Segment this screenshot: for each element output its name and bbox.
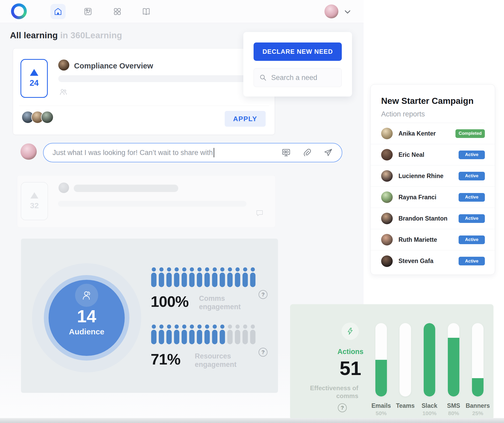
declare-new-need-button[interactable]: DECLARE NEW NEED xyxy=(254,42,342,61)
nav-library-button[interactable] xyxy=(139,4,154,19)
search-need-input[interactable]: Search a need xyxy=(254,68,342,87)
bar-emails: Emails50% xyxy=(375,323,387,397)
person-name: Ruth Mariette xyxy=(398,236,437,243)
person-avatar xyxy=(381,191,393,203)
help-icon[interactable]: ? xyxy=(259,290,267,299)
person-pictogram xyxy=(196,266,203,288)
help-icon[interactable]: ? xyxy=(338,403,347,412)
comment-text: Just what I was looking for! Can’t wait … xyxy=(52,149,213,157)
person-pictogram xyxy=(212,324,218,345)
person-pictogram xyxy=(242,324,248,345)
bar-track xyxy=(424,323,435,397)
person-pictogram xyxy=(219,324,225,345)
comms-pictogram-row xyxy=(151,266,256,288)
placeholder-bar xyxy=(58,75,246,82)
nav-reports-button[interactable] xyxy=(80,4,96,19)
person-pictogram xyxy=(227,324,233,345)
bar-fill xyxy=(448,338,459,397)
user-avatar[interactable] xyxy=(324,4,338,18)
bar-label: Teams xyxy=(392,402,418,409)
person-pictogram xyxy=(250,324,256,345)
status-badge: Active xyxy=(459,257,485,265)
status-badge: Completed xyxy=(455,129,485,138)
faded-post-card: 32 xyxy=(17,175,276,228)
campaign-card: New Starter Campaign Action reports Anik… xyxy=(370,84,495,275)
post-title[interactable]: Compliance Overview xyxy=(74,62,153,70)
person-pictogram xyxy=(204,324,210,345)
status-badge: Active xyxy=(459,151,485,159)
person-pictogram xyxy=(151,324,157,345)
campaign-row[interactable]: Rayna FranciActive xyxy=(371,187,495,208)
audience-caption: Audience xyxy=(47,327,126,336)
person-name: Steven Gafa xyxy=(398,258,433,265)
effectiveness-bars: Emails50%TeamsSlack100%SMS80%Banners25% xyxy=(375,323,484,397)
audience-count: 14 xyxy=(47,306,126,326)
page-title-context: in 360Learning xyxy=(58,30,122,40)
apply-button[interactable]: APPLY xyxy=(225,111,266,127)
home-icon xyxy=(54,7,62,16)
campaign-row[interactable]: Eric NealActive xyxy=(371,144,495,165)
bar-label: Banners xyxy=(465,402,491,409)
bar-fill xyxy=(424,323,435,397)
person-pictogram xyxy=(189,266,195,288)
person-pictogram xyxy=(204,266,210,288)
actions-count: 51 xyxy=(324,357,377,379)
person-pictogram xyxy=(250,266,256,288)
person-name: Brandon Stanton xyxy=(398,215,448,222)
campaign-row[interactable]: Ruth MarietteActive xyxy=(371,229,495,250)
declare-need-card: DECLARE NEW NEED Search a need xyxy=(243,32,352,97)
commenter-avatar[interactable] xyxy=(20,143,37,160)
help-icon[interactable]: ? xyxy=(259,348,267,357)
nav-home-button[interactable] xyxy=(50,4,66,19)
campaign-title: New Starter Campaign xyxy=(381,96,474,106)
app-logo-icon[interactable] xyxy=(11,3,27,19)
person-pictogram xyxy=(174,266,180,288)
campaign-row[interactable]: Steven GafaActive xyxy=(371,250,495,272)
people-icon xyxy=(59,88,68,96)
divider xyxy=(19,106,269,106)
paperclip-icon[interactable] xyxy=(302,148,312,157)
campaign-row[interactable]: Lucienne RhineActive xyxy=(371,165,495,187)
status-badge: Active xyxy=(459,193,485,202)
bolt-icon xyxy=(342,323,359,340)
person-pictogram xyxy=(166,266,172,288)
status-badge: Active xyxy=(459,172,485,180)
bar-label: Emails xyxy=(368,402,394,409)
status-badge: Active xyxy=(459,235,485,244)
actions-title: Actions xyxy=(324,348,377,356)
screen-share-icon[interactable] xyxy=(281,148,291,157)
bar-track xyxy=(375,323,387,397)
campaign-row[interactable]: Brandon StantonActive xyxy=(371,208,495,229)
campaign-subtitle: Action reports xyxy=(381,110,425,118)
bar-pct-label: 25% xyxy=(465,410,491,416)
post-author-avatar[interactable] xyxy=(58,60,69,71)
campaign-people-list: Anika KenterCompletedEric NealActiveLuci… xyxy=(371,123,495,272)
bar-pct-label: 80% xyxy=(440,410,467,416)
comment-bubble-icon xyxy=(255,209,264,217)
top-navigation xyxy=(0,0,364,23)
person-avatar xyxy=(381,149,393,160)
upvote-triangle-icon xyxy=(30,69,38,76)
effectiveness-label: Effectiveness of comms xyxy=(306,384,358,400)
person-pictogram xyxy=(158,324,165,345)
comment-input[interactable]: Just what I was looking for! Can’t wait … xyxy=(43,143,342,162)
person-pictogram xyxy=(174,324,180,345)
resources-pictogram-row xyxy=(151,324,256,345)
send-icon[interactable] xyxy=(323,148,333,157)
nav-apps-button[interactable] xyxy=(110,4,125,19)
campaign-row[interactable]: Anika KenterCompleted xyxy=(371,123,495,144)
bar-teams: Teams xyxy=(400,323,411,397)
person-avatar xyxy=(381,128,393,139)
chevron-down-icon[interactable] xyxy=(343,7,352,16)
comms-engagement-pct: 100% xyxy=(151,293,188,310)
person-name: Lucienne Rhine xyxy=(398,173,443,180)
upvote-button-disabled[interactable]: 32 xyxy=(21,182,48,220)
person-pictogram xyxy=(227,266,233,288)
bar-sms: SMS80% xyxy=(448,323,459,397)
person-pictogram xyxy=(166,324,172,345)
avatar[interactable] xyxy=(41,111,54,124)
upvote-button[interactable]: 24 xyxy=(20,59,48,98)
person-pictogram xyxy=(158,266,165,288)
bar-banners: Banners25% xyxy=(472,323,484,397)
upvote-triangle-icon xyxy=(30,192,38,199)
